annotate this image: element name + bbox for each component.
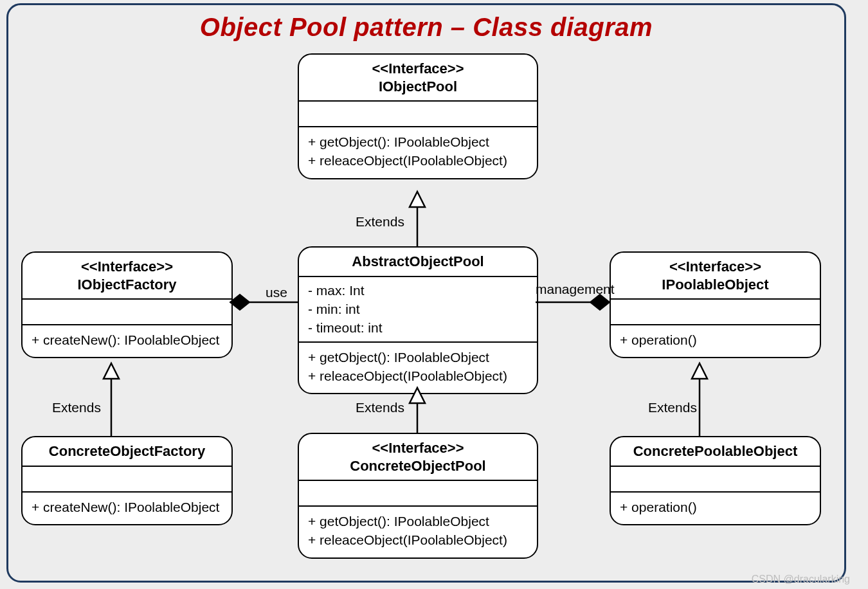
- connector-use: [230, 294, 298, 310]
- label-extends: Extends: [52, 400, 101, 415]
- op: + releaceObject(IPoolableObject): [308, 367, 528, 385]
- uml-ops: + getObject(): IPoolableObject + releace…: [299, 507, 537, 557]
- uml-header: <<Interface>> ConcreteObjectPool: [299, 434, 537, 481]
- watermark: CSDN @dracularking: [752, 574, 850, 585]
- op: + releaceObject(IPoolableObject): [308, 151, 528, 170]
- uml-ops: + operation(): [611, 325, 820, 357]
- svg-marker-0: [410, 192, 425, 207]
- uml-mid: [611, 467, 820, 493]
- class-name: IObjectPool: [305, 78, 530, 96]
- svg-marker-9: [230, 294, 249, 310]
- uml-mid: [23, 467, 231, 493]
- op: + createNew(): IPoolableObject: [32, 498, 222, 516]
- class-name: IPoolableObject: [617, 276, 813, 294]
- uml-box-concretepoolableobject: ConcretePoolableObject + operation(): [610, 436, 821, 525]
- diagram-frame: Object Pool pattern – Class diagram <<In…: [6, 3, 846, 583]
- class-name: IObjectFactory: [29, 276, 225, 294]
- label-management: management: [536, 282, 615, 297]
- svg-marker-4: [104, 363, 119, 379]
- uml-attrs: - max: Int - min: int - timeout: int: [299, 277, 537, 343]
- op: + operation(): [620, 498, 811, 516]
- diagram-title: Object Pool pattern – Class diagram: [8, 13, 844, 42]
- attr: - min: int: [308, 300, 528, 318]
- uml-box-concreteobjectfactory: ConcreteObjectFactory + createNew(): IPo…: [21, 436, 233, 525]
- label-extends: Extends: [356, 400, 404, 415]
- attr: - max: Int: [308, 281, 528, 300]
- uml-header: ConcreteObjectFactory: [23, 437, 231, 467]
- uml-header: AbstractObjectPool: [299, 248, 537, 277]
- op: + getObject(): IPoolableObject: [308, 512, 528, 530]
- uml-header: <<Interface>> IPoolableObject: [611, 253, 820, 300]
- uml-mid: [23, 300, 231, 325]
- op: + operation(): [620, 331, 811, 349]
- uml-mid: [299, 481, 537, 507]
- uml-mid: [611, 300, 820, 325]
- uml-ops: + createNew(): IPoolableObject: [23, 493, 231, 524]
- stereotype: <<Interface>>: [305, 60, 530, 78]
- class-name: AbstractObjectPool: [305, 253, 530, 271]
- uml-header: <<Interface>> IObjectPool: [299, 55, 537, 102]
- uml-box-concreteobjectpool: <<Interface>> ConcreteObjectPool + getOb…: [298, 433, 538, 559]
- uml-mid: [299, 102, 537, 127]
- op: + getObject(): IPoolableObject: [308, 348, 528, 367]
- op: + releaceObject(IPoolableObject): [308, 530, 528, 549]
- stereotype: <<Interface>>: [617, 258, 813, 276]
- class-name: ConcreteObjectFactory: [29, 442, 225, 460]
- svg-marker-6: [692, 363, 707, 379]
- uml-box-abstractobjectpool: AbstractObjectPool - max: Int - min: int…: [298, 246, 538, 394]
- uml-ops: + operation(): [611, 493, 820, 524]
- stereotype: <<Interface>>: [29, 258, 225, 276]
- op: + createNew(): IPoolableObject: [32, 331, 222, 349]
- uml-box-iobjectpool: <<Interface>> IObjectPool + getObject():…: [298, 53, 538, 179]
- uml-header: <<Interface>> IObjectFactory: [23, 253, 231, 300]
- attr: - timeout: int: [308, 318, 528, 337]
- label-extends: Extends: [356, 214, 404, 230]
- uml-header: ConcretePoolableObject: [611, 437, 820, 467]
- stereotype: <<Interface>>: [305, 439, 530, 457]
- connector-extends-top: [410, 192, 425, 246]
- uml-ops: + getObject(): IPoolableObject + releace…: [299, 127, 537, 178]
- class-name: ConcreteObjectPool: [305, 457, 530, 475]
- connector-extends-mid: [410, 388, 425, 433]
- label-extends: Extends: [648, 400, 697, 415]
- op: + getObject(): IPoolableObject: [308, 132, 528, 151]
- label-use: use: [266, 285, 287, 300]
- uml-ops: + createNew(): IPoolableObject: [23, 325, 231, 357]
- uml-ops: + getObject(): IPoolableObject + releace…: [299, 343, 537, 394]
- uml-box-iobjectfactory: <<Interface>> IObjectFactory + createNew…: [21, 251, 233, 358]
- uml-box-ipoolableobject: <<Interface>> IPoolableObject + operatio…: [610, 251, 821, 358]
- class-name: ConcretePoolableObject: [617, 442, 813, 460]
- connector-extends-left: [104, 363, 119, 436]
